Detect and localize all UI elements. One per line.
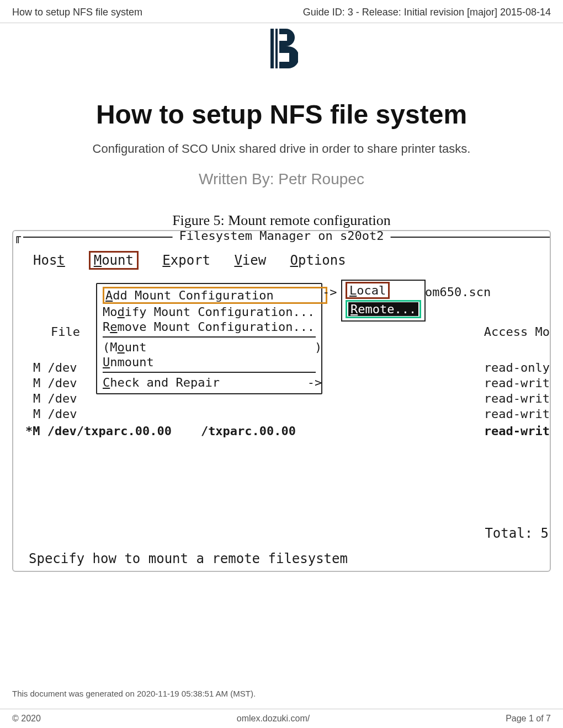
generation-note: This document was generated on 2020-11-1… [12, 689, 256, 698]
menu-add-mount[interactable]: Add Mount Configuration [103, 286, 316, 304]
terminal-window: ╓ Filesystem Manager on s20ot2 Host Moun… [12, 230, 551, 572]
window-title: Filesystem Manager on s20ot2 [173, 230, 391, 243]
header-left: How to setup NFS file system [12, 7, 142, 18]
byline: Written By: Petr Roupec [0, 170, 563, 188]
status-bar: Specify how to mount a remote filesystem [29, 551, 348, 566]
submenu-arrow-icon: -> [322, 285, 337, 299]
total-count: Total: 5 [485, 526, 549, 541]
figure-caption: Figure 5: Mount remote configuration [11, 212, 552, 229]
column-access: Access Mo [484, 325, 550, 339]
menu-unmount[interactable]: Unmount [103, 355, 316, 370]
right-filename: om650.scn [425, 285, 491, 299]
footer-url: omlex.dozuki.com/ [237, 714, 310, 724]
page-header: How to setup NFS file system Guide ID: 3… [0, 0, 563, 23]
menu-options[interactable]: Options [290, 253, 346, 268]
submenu-remote[interactable]: Remote... [348, 302, 418, 316]
header-right: Guide ID: 3 - Release: Initial revision … [303, 7, 551, 18]
svg-rect-0 [270, 29, 274, 68]
menu-host[interactable]: Host [33, 253, 65, 268]
mount-submenu: Local Remote... [341, 280, 426, 322]
footer-copyright: © 2020 [12, 714, 41, 724]
mount-dropdown: Add Mount Configuration Modify Mount Con… [96, 283, 322, 394]
submenu-local[interactable]: Local [346, 282, 390, 299]
menu-check-repair[interactable]: Check and Repair -> [103, 375, 316, 390]
svg-rect-3 [279, 53, 289, 62]
logo [0, 26, 563, 73]
page-subtitle: Configuration of SCO Unix shared drive i… [0, 142, 563, 156]
menu-modify-mount[interactable]: Modify Mount Configuration... [103, 304, 316, 319]
menubar: Host Mount Export View Options [33, 251, 550, 270]
svg-rect-2 [279, 34, 287, 41]
column-file: File [51, 325, 80, 339]
selected-row-access: read-writ [484, 424, 550, 438]
footer-page: Page 1 of 7 [506, 714, 551, 724]
svg-rect-1 [275, 29, 278, 68]
access-rows: read-only read-writ read-writ read-writ [484, 360, 550, 422]
selected-row[interactable]: *M /dev/txparc.00.00 /txparc.00.00 [25, 424, 296, 438]
page-title: How to setup NFS file system [0, 99, 563, 130]
window-corner-icon: ╓ [14, 230, 22, 243]
menu-view[interactable]: View [234, 253, 266, 268]
figure: Figure 5: Mount remote configuration ╓ F… [11, 212, 552, 572]
menu-remove-mount[interactable]: Remove Mount Configuration... [103, 319, 316, 334]
menu-export[interactable]: Export [162, 253, 210, 268]
page-footer: © 2020 omlex.dozuki.com/ Page 1 of 7 [0, 709, 563, 728]
device-rows: M /dev M /dev M /dev M /dev [33, 360, 77, 422]
menu-mount[interactable]: Mount [89, 251, 139, 270]
menu-mount-action[interactable]: (Mount ) [103, 340, 316, 355]
